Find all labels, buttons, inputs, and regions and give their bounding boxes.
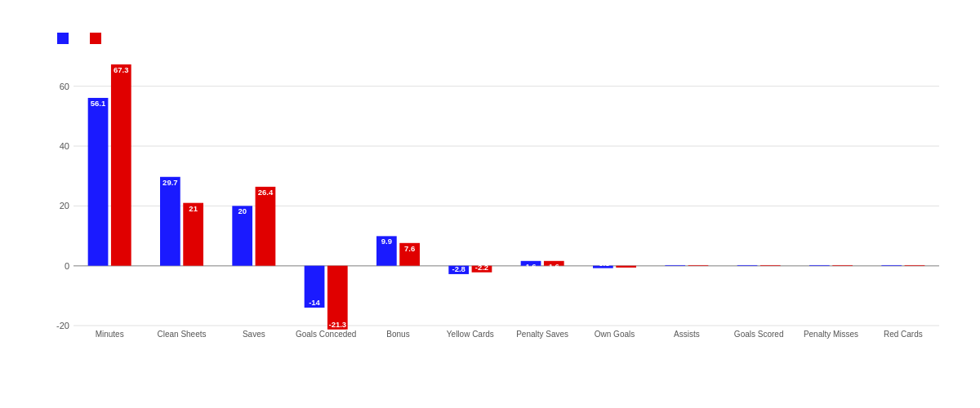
svg-text:Goals Conceded: Goals Conceded [296, 330, 357, 339]
svg-text:Goals Scored: Goals Scored [734, 330, 784, 339]
svg-rect-10 [88, 98, 109, 266]
svg-text:Assists: Assists [674, 330, 700, 339]
svg-text:-14: -14 [309, 298, 320, 307]
svg-text:Bonus: Bonus [386, 330, 409, 339]
svg-text:0: 0 [65, 261, 69, 271]
svg-text:0.2: 0.2 [693, 266, 703, 275]
svg-text:Minutes: Minutes [96, 330, 124, 339]
svg-text:-20: -20 [56, 321, 69, 330]
svg-rect-22 [256, 187, 276, 266]
svg-text:20: 20 [238, 206, 247, 215]
svg-text:-0.8: -0.8 [596, 259, 609, 268]
legend-item-rest-gks [90, 33, 106, 44]
svg-text:Saves: Saves [243, 330, 265, 339]
svg-rect-58 [809, 265, 830, 266]
svg-text:60: 60 [60, 82, 69, 91]
legend-item-top-gks [57, 33, 74, 44]
svg-text:-2.8: -2.8 [452, 264, 466, 273]
svg-text:Penalty Saves: Penalty Saves [516, 330, 568, 339]
svg-text:67.3: 67.3 [114, 65, 129, 74]
svg-text:Own Goals: Own Goals [595, 330, 635, 339]
svg-text:-21.3: -21.3 [328, 320, 346, 329]
svg-text:Clean Sheets: Clean Sheets [157, 330, 206, 339]
svg-text:Yellow Cards: Yellow Cards [447, 330, 494, 339]
svg-text:1.6: 1.6 [549, 262, 559, 271]
svg-text:Red Cards: Red Cards [884, 330, 923, 339]
chart-container: -20020406056.167.3Minutes29.721Clean She… [0, 0, 980, 408]
svg-text:Penalty Misses: Penalty Misses [804, 330, 858, 339]
svg-text:9.9: 9.9 [381, 237, 392, 246]
svg-rect-55 [737, 265, 758, 266]
svg-rect-59 [832, 265, 853, 266]
svg-text:7.6: 7.6 [404, 244, 415, 253]
svg-text:-2.2: -2.2 [475, 263, 488, 272]
legend-color-rest-gks [90, 33, 101, 44]
svg-text:26.4: 26.4 [258, 188, 274, 197]
svg-text:-0.6: -0.6 [619, 258, 632, 267]
svg-rect-62 [905, 265, 925, 266]
svg-text:40: 40 [60, 141, 69, 151]
bars-svg: -20020406056.167.3Minutes29.721Clean She… [49, 56, 964, 326]
svg-text:21: 21 [189, 204, 198, 213]
svg-text:0.2: 0.2 [670, 266, 680, 275]
svg-text:20: 20 [60, 201, 69, 211]
svg-text:1.6: 1.6 [525, 262, 536, 271]
svg-text:56.1: 56.1 [91, 99, 106, 108]
svg-text:29.7: 29.7 [163, 178, 178, 187]
svg-rect-56 [760, 265, 781, 266]
chart-area: -20020406056.167.3Minutes29.721Clean She… [49, 56, 964, 350]
chart-legend [57, 33, 964, 44]
svg-rect-15 [160, 177, 180, 266]
svg-rect-61 [881, 265, 902, 266]
legend-color-top-gks [57, 33, 69, 44]
svg-rect-12 [111, 64, 131, 266]
